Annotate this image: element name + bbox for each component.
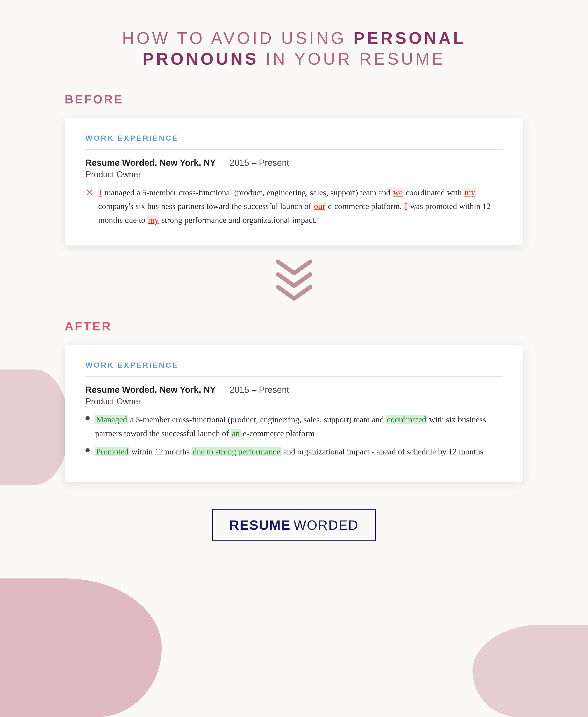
- after-label: AFTER: [65, 319, 523, 333]
- pronoun-I-2: I: [404, 201, 408, 211]
- title-line2: PRONOUNS IN YOUR RESUME: [143, 50, 445, 68]
- highlight-due-to: due to strong performance: [192, 447, 281, 456]
- main-title: HOW TO AVOID USING PERSONAL PRONOUNS IN …: [65, 28, 523, 69]
- after-resume-card: WORK EXPERIENCE Resume Worded, New York,…: [65, 345, 523, 482]
- blob-decoration-bottom-left: [0, 579, 162, 717]
- main-content: HOW TO AVOID USING PERSONAL PRONOUNS IN …: [65, 28, 523, 541]
- before-resume-card: WORK EXPERIENCE Resume Worded, New York,…: [65, 118, 523, 245]
- after-company-line: Resume Worded, New York, NY 2015 – Prese…: [85, 385, 503, 395]
- logo-resume-text: RESUME: [229, 517, 291, 533]
- pronoun-we: we: [393, 188, 404, 197]
- bullet-dot-1: [85, 416, 90, 420]
- arrow-divider: [65, 259, 523, 305]
- blob-decoration-left: [0, 369, 69, 485]
- before-company-line: Resume Worded, New York, NY 2015 – Prese…: [85, 158, 503, 168]
- before-job-title: Product Owner: [85, 170, 503, 179]
- highlight-managed: Managed: [95, 415, 128, 424]
- before-bullet-row: ✕ I managed a 5-member cross-functional …: [85, 186, 503, 227]
- before-date-range: 2015 – Present: [230, 158, 289, 168]
- highlight-an: an: [231, 429, 241, 438]
- blob-decoration-bottom-right: [472, 625, 588, 717]
- after-job-title: Product Owner: [85, 397, 503, 407]
- after-bullet-1: Managed a 5-member cross-functional (pro…: [85, 413, 503, 440]
- after-bullets-list: Managed a 5-member cross-functional (pro…: [85, 413, 503, 459]
- pronoun-our: our: [313, 201, 326, 211]
- before-bullet-text: I managed a 5-member cross-functional (p…: [98, 186, 503, 227]
- after-divider: [85, 376, 503, 377]
- title-pronouns-bold: PRONOUNS: [143, 50, 258, 68]
- pronoun-I-1: I: [98, 188, 102, 197]
- after-company-name: Resume Worded, New York, NY: [85, 385, 216, 395]
- highlight-coordinated: coordinated: [386, 415, 427, 424]
- error-x-icon: ✕: [85, 187, 93, 198]
- page-wrapper: HOW TO AVOID USING PERSONAL PRONOUNS IN …: [0, 0, 588, 717]
- after-work-experience-label: WORK EXPERIENCE: [85, 361, 503, 369]
- chevrons-down-icon: [273, 259, 315, 305]
- after-bullet-2: Promoted within 12 months due to strong …: [85, 445, 503, 459]
- after-bullet-1-text: Managed a 5-member cross-functional (pro…: [95, 413, 503, 440]
- title-line1: HOW TO AVOID USING PERSONAL: [122, 29, 466, 47]
- before-label: BEFORE: [65, 92, 523, 106]
- logo-box: RESUME WORDED: [212, 509, 376, 541]
- logo-section: RESUME WORDED: [65, 509, 523, 541]
- pronoun-my-1: my: [464, 188, 476, 197]
- highlight-promoted: Promoted: [95, 447, 129, 456]
- bullet-dot-2: [85, 448, 90, 452]
- after-bullet-2-text: Promoted within 12 months due to strong …: [95, 445, 483, 459]
- before-divider: [85, 149, 503, 150]
- after-date-range: 2015 – Present: [230, 385, 289, 395]
- before-work-experience-label: WORK EXPERIENCE: [85, 134, 503, 143]
- pronoun-my-2: my: [147, 215, 160, 225]
- logo-worded-text: WORDED: [293, 517, 359, 533]
- title-personal-bold: PERSONAL: [354, 29, 466, 47]
- before-company-name: Resume Worded, New York, NY: [85, 158, 216, 168]
